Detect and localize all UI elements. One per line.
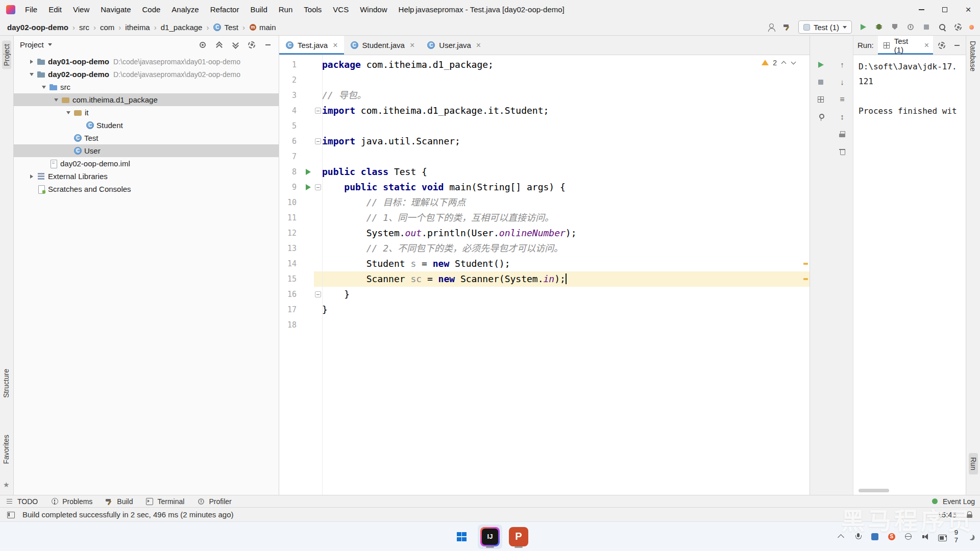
search-icon[interactable] [938, 22, 947, 32]
tree-item-student[interactable]: Student [14, 119, 279, 132]
taskbar-clock[interactable]: 97 [954, 529, 958, 544]
collapse-all-icon[interactable] [214, 40, 224, 49]
volume-icon[interactable] [921, 532, 930, 541]
close-tab-icon[interactable]: × [476, 41, 481, 50]
tree-item-external-libraries[interactable]: External Libraries [14, 170, 279, 183]
code-text[interactable] [322, 72, 810, 88]
fold-icon[interactable] [315, 138, 321, 144]
code-text[interactable] [322, 149, 810, 164]
menu-analyze[interactable]: Analyze [166, 0, 204, 19]
toolwindow-tab-todo[interactable]: TODO [5, 497, 38, 506]
build-hammer-icon[interactable] [782, 22, 792, 32]
toolwindow-tab-build[interactable]: Build [105, 497, 133, 506]
menu-view[interactable]: View [67, 0, 95, 19]
menu-run[interactable]: Run [273, 0, 299, 19]
chevron-collapsed-icon[interactable] [27, 174, 36, 179]
settings-icon[interactable] [953, 22, 963, 32]
toolwindow-tab-terminal[interactable]: Terminal [145, 497, 184, 506]
line-number[interactable]: 14 [279, 256, 303, 271]
close-tab-icon[interactable]: × [333, 41, 337, 50]
moon-icon[interactable] [966, 532, 975, 541]
menu-code[interactable]: Code [136, 0, 166, 19]
run-line-icon[interactable] [306, 184, 311, 190]
code-text[interactable]: } [322, 287, 810, 302]
code-text[interactable]: package com.itheima.d1_package; [322, 57, 810, 72]
breadcrumb-item-test[interactable]: Test [213, 23, 238, 32]
pin-icon[interactable] [816, 112, 825, 121]
debug-icon[interactable] [874, 22, 884, 32]
run-line-icon[interactable] [306, 169, 311, 175]
expand-all-icon[interactable] [231, 40, 240, 49]
code-text[interactable]: // 目标：理解以下两点 [322, 195, 810, 210]
chevron-collapsed-icon[interactable] [27, 60, 36, 64]
settings-icon[interactable] [247, 40, 256, 49]
close-button[interactable]: × [957, 0, 980, 19]
line-number[interactable]: 13 [279, 241, 303, 256]
stop-icon[interactable] [816, 78, 825, 87]
breadcrumb-item-main[interactable]: main [249, 23, 276, 32]
tray-chevron-icon[interactable] [837, 532, 846, 541]
line-number[interactable]: 16 [279, 287, 303, 302]
tree-item-scratches-and-consoles[interactable]: Scratches and Consoles [14, 183, 279, 195]
tab-test-java[interactable]: Test.java× [279, 36, 344, 55]
stripe-project-button[interactable]: Project [2, 41, 11, 69]
tree-item-day02-oop-demo-iml[interactable]: day02-oop-demo.iml [14, 157, 279, 170]
tree-item-day02-oop-demo[interactable]: day02-oop-demoD:\code\javasepromax\day02… [14, 68, 279, 81]
coverage-icon[interactable] [890, 22, 899, 32]
tree-item-com-itheima-d1-package[interactable]: com.itheima.d1_package [14, 93, 279, 106]
grid-icon[interactable] [816, 95, 825, 104]
menu-vcs[interactable]: VCS [327, 0, 354, 19]
code-text[interactable]: // 导包。 [322, 88, 810, 103]
favorites-star-icon[interactable]: ★ [3, 481, 10, 489]
restore-button[interactable] [933, 0, 957, 19]
line-number[interactable]: 8 [279, 164, 303, 180]
breadcrumb-item-src[interactable]: src [79, 23, 89, 32]
code-text[interactable] [322, 317, 810, 333]
line-number[interactable]: 4 [279, 103, 303, 118]
warning-stripe-mark[interactable] [803, 263, 808, 265]
chevron-expanded-icon[interactable] [27, 73, 36, 76]
taskbar-app-windows-start[interactable] [449, 524, 474, 549]
profiler-icon[interactable] [906, 22, 915, 32]
tab-student-java[interactable]: Student.java× [344, 36, 421, 55]
run-tab[interactable]: Test (1) × [878, 36, 933, 55]
network-icon[interactable] [904, 532, 913, 541]
code-text[interactable]: import java.util.Scanner; [322, 134, 810, 149]
editor[interactable]: 1package com.itheima.d1_package;23// 导包。… [279, 55, 810, 495]
line-number[interactable]: 9 [279, 180, 303, 195]
line-number[interactable]: 2 [279, 72, 303, 88]
softwrap-icon[interactable] [838, 95, 847, 104]
menu-refactor[interactable]: Refactor [205, 0, 245, 19]
line-number[interactable]: 17 [279, 302, 303, 317]
run-console[interactable]: D:\soft\Java\jdk-17.121 Process finished… [853, 55, 966, 495]
chevron-expanded-icon[interactable] [52, 98, 60, 102]
stripe-structure-button[interactable]: Structure [2, 369, 10, 398]
code-text[interactable]: // 2、不同包下的类，必须先导包才可以访问。 [322, 241, 810, 256]
menu-file[interactable]: File [19, 0, 43, 19]
update-indicator-icon[interactable] [969, 25, 974, 30]
menu-window[interactable]: Window [354, 0, 393, 19]
chevron-expanded-icon[interactable] [39, 86, 48, 89]
stripe-favorites-button[interactable]: Favorites [2, 435, 10, 464]
clear-icon[interactable] [838, 147, 847, 156]
code-text[interactable]: Scanner sc = new Scanner(System.in); [322, 271, 810, 287]
stop-icon[interactable] [922, 22, 931, 32]
status-message[interactable]: Build completed successfully in 2 sec, 4… [22, 510, 234, 519]
scroll-icon[interactable] [838, 112, 847, 121]
stripe-run-button[interactable]: Run [969, 453, 978, 474]
tree-item-day01-oop-demo[interactable]: day01-oop-demoD:\code\javasepromax\day01… [14, 55, 279, 68]
code-text[interactable]: // 1、同一个包下的类，互相可以直接访问。 [322, 210, 810, 226]
fold-icon[interactable] [315, 291, 321, 297]
user-icon[interactable] [767, 22, 776, 32]
line-number[interactable]: 15 [279, 271, 303, 287]
hide-icon[interactable] [263, 40, 273, 49]
locate-icon[interactable] [198, 40, 207, 49]
taskbar-app-intellij-idea[interactable] [478, 524, 502, 549]
line-number[interactable]: 1 [279, 57, 303, 72]
ime-icon[interactable] [870, 532, 879, 541]
chevron-expanded-icon[interactable] [64, 111, 72, 114]
settings-icon[interactable] [937, 41, 946, 50]
print-icon[interactable] [838, 130, 847, 139]
prev-warning-icon[interactable] [780, 60, 787, 66]
tab-user-java[interactable]: User.java× [421, 36, 487, 55]
